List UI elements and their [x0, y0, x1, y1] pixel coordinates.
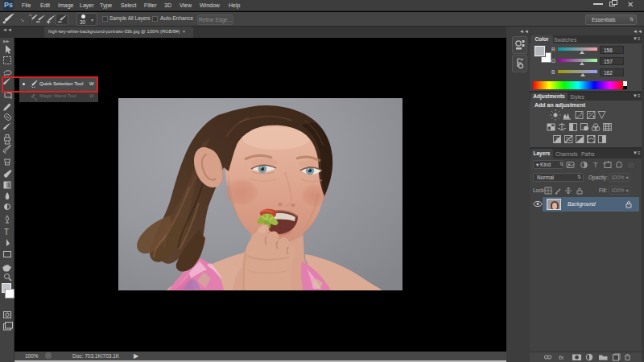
svg-text:T: T	[4, 228, 9, 237]
svg-text:fx: fx	[559, 354, 564, 361]
svg-text:T: T	[593, 161, 598, 169]
